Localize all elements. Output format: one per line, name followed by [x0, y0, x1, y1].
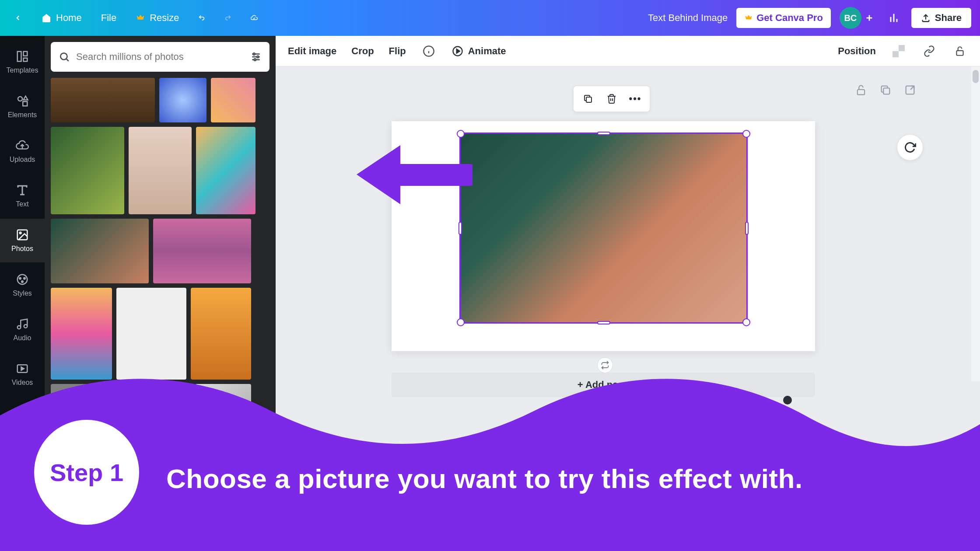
- resize-button[interactable]: Resize: [130, 9, 184, 27]
- document-title[interactable]: Text Behind Image: [648, 12, 728, 24]
- svg-rect-40: [899, 51, 905, 57]
- home-icon: [41, 13, 52, 23]
- resize-handle-e[interactable]: [745, 222, 749, 235]
- rail-photos[interactable]: Photos: [0, 219, 45, 262]
- resize-handle-w[interactable]: [458, 222, 462, 235]
- file-menu[interactable]: File: [96, 9, 122, 27]
- share-button[interactable]: Share: [911, 8, 971, 28]
- rail-uploads[interactable]: Uploads: [0, 129, 45, 173]
- scrollbar-thumb[interactable]: [973, 70, 979, 83]
- duplicate-icon: [583, 94, 593, 104]
- svg-line-45: [910, 86, 914, 90]
- add-page-label: + Add page: [578, 379, 629, 391]
- svg-rect-42: [858, 90, 864, 95]
- animate-button[interactable]: Animate: [452, 45, 506, 57]
- duplicate-page-button[interactable]: [879, 84, 892, 96]
- tutorial-arrow: [357, 143, 472, 208]
- chart-icon: [888, 12, 900, 24]
- filter-icon[interactable]: [250, 51, 262, 63]
- resize-handle-nw[interactable]: [457, 130, 465, 138]
- rail-label: Elements: [8, 111, 37, 119]
- photo-thumb[interactable]: [211, 78, 256, 122]
- link-button[interactable]: [921, 43, 937, 59]
- duplicate-button[interactable]: [576, 88, 600, 109]
- photo-thumb[interactable]: [51, 127, 124, 214]
- page-reorder-button[interactable]: [597, 357, 613, 373]
- regenerate-button[interactable]: [897, 134, 923, 160]
- rail-label: Text: [16, 200, 28, 208]
- search-bar[interactable]: [51, 42, 270, 72]
- svg-point-31: [257, 56, 259, 58]
- rail-elements[interactable]: Elements: [0, 85, 45, 129]
- photo-grid: [51, 78, 270, 436]
- add-member-button[interactable]: [862, 11, 876, 25]
- search-input[interactable]: [76, 51, 244, 63]
- svg-point-9: [18, 97, 22, 101]
- templates-icon: [16, 50, 29, 63]
- transparency-button[interactable]: [891, 43, 906, 59]
- zoom-slider-thumb[interactable]: [783, 396, 792, 405]
- get-pro-label: Get Canva Pro: [756, 12, 823, 24]
- insights-button[interactable]: [885, 9, 903, 27]
- photo-thumb[interactable]: [116, 288, 186, 380]
- crown-icon: [744, 14, 753, 22]
- edit-image-button[interactable]: Edit image: [288, 45, 336, 57]
- resize-label: Resize: [150, 12, 179, 24]
- cloud-sync-button[interactable]: [245, 9, 263, 27]
- refresh-icon: [904, 141, 916, 153]
- position-button[interactable]: Position: [838, 45, 876, 57]
- info-button[interactable]: [421, 43, 437, 59]
- svg-point-32: [254, 59, 256, 60]
- crop-button[interactable]: Crop: [351, 45, 374, 57]
- rail-styles[interactable]: Styles: [0, 263, 45, 307]
- more-button[interactable]: •••: [623, 88, 647, 109]
- svg-marker-11: [24, 96, 28, 100]
- search-icon: [59, 51, 70, 63]
- elements-icon: [16, 94, 29, 108]
- avatar[interactable]: BC: [840, 7, 861, 29]
- photo-thumb[interactable]: [196, 127, 256, 214]
- home-button[interactable]: Home: [36, 9, 87, 27]
- delete-button[interactable]: [600, 88, 623, 109]
- undo-button[interactable]: [193, 9, 210, 27]
- rail-label: Uploads: [10, 156, 35, 164]
- svg-rect-6: [18, 52, 21, 62]
- resize-handle-ne[interactable]: [742, 130, 750, 138]
- svg-point-22: [24, 324, 28, 328]
- get-pro-button[interactable]: Get Canva Pro: [736, 8, 831, 28]
- back-button[interactable]: [9, 10, 27, 25]
- resize-handle-sw[interactable]: [457, 318, 465, 326]
- resize-handle-s[interactable]: [597, 321, 610, 324]
- photo-thumb[interactable]: [134, 384, 191, 436]
- new-page-button[interactable]: [904, 84, 916, 96]
- arrow-left-icon: [357, 143, 472, 206]
- photo-thumb[interactable]: [51, 288, 112, 380]
- photos-icon: [16, 228, 29, 241]
- photo-thumb[interactable]: [153, 219, 251, 283]
- rail-videos[interactable]: Videos: [0, 352, 45, 396]
- lock-button[interactable]: [952, 43, 968, 59]
- photo-thumb[interactable]: [129, 127, 192, 214]
- rail-templates[interactable]: Templates: [0, 40, 45, 84]
- info-icon: [423, 45, 435, 57]
- photo-thumb[interactable]: [195, 384, 251, 436]
- photo-thumb[interactable]: [159, 78, 206, 122]
- photo-thumb[interactable]: [191, 288, 251, 380]
- rail-text[interactable]: Text: [0, 174, 45, 218]
- svg-line-26: [66, 59, 69, 61]
- lock-page-button[interactable]: [855, 84, 867, 96]
- rail-audio[interactable]: Audio: [0, 308, 45, 352]
- photo-thumb[interactable]: [51, 219, 149, 283]
- selected-image[interactable]: [459, 133, 748, 324]
- add-page-button[interactable]: + Add page: [392, 373, 815, 397]
- animate-label: Animate: [468, 45, 506, 57]
- redo-button[interactable]: [219, 9, 237, 27]
- vertical-scrollbar[interactable]: [971, 66, 980, 381]
- flip-button[interactable]: Flip: [389, 45, 406, 57]
- photo-thumb[interactable]: [51, 78, 155, 122]
- videos-icon: [16, 362, 29, 375]
- resize-handle-se[interactable]: [742, 318, 750, 326]
- svg-rect-43: [883, 88, 889, 94]
- audio-icon: [16, 317, 29, 331]
- resize-handle-n[interactable]: [597, 132, 610, 135]
